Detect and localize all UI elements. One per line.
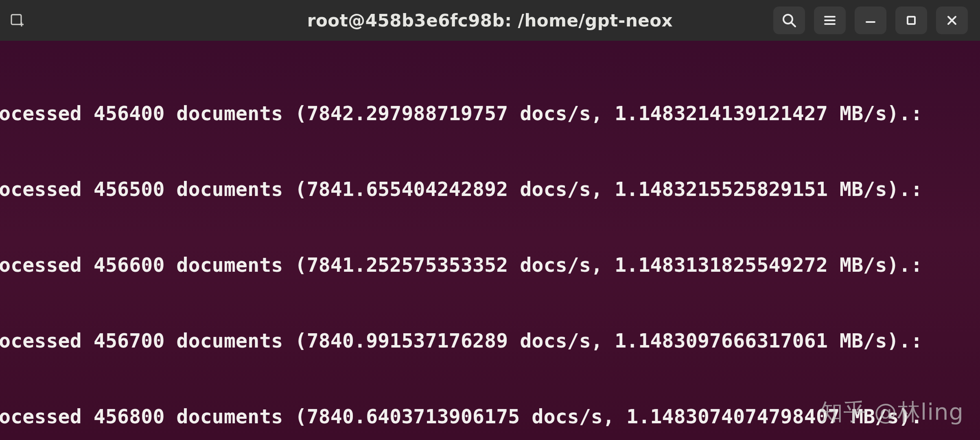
maximize-button[interactable] [895, 7, 927, 34]
terminal-line: rocessed 456500 documents (7841.65540424… [0, 177, 980, 201]
maximize-icon [903, 12, 919, 29]
titlebar-left [0, 8, 28, 33]
new-tab-icon [9, 12, 25, 29]
terminal-output[interactable]: rocessed 456400 documents (7842.29798871… [0, 41, 980, 440]
menu-button[interactable] [814, 7, 846, 34]
terminal-line: rocessed 456600 documents (7841.25257535… [0, 253, 980, 277]
svg-rect-9 [908, 17, 915, 24]
titlebar-right [773, 7, 980, 34]
terminal-line: rocessed 456700 documents (7840.99153717… [0, 328, 980, 353]
new-tab-button[interactable] [6, 8, 28, 33]
search-button[interactable] [773, 7, 805, 34]
terminal-line: rocessed 456400 documents (7842.29798871… [0, 101, 980, 125]
svg-line-4 [792, 23, 795, 26]
titlebar: root@458b3e6fc98b: /home/gpt-neox [0, 0, 980, 41]
terminal-window: root@458b3e6fc98b: /home/gpt-neox [0, 0, 980, 440]
terminal-line: rocessed 456800 documents (7840.64037139… [0, 404, 980, 429]
svg-rect-0 [11, 15, 21, 24]
minimize-icon [862, 12, 879, 29]
minimize-button[interactable] [855, 7, 886, 34]
window-title: root@458b3e6fc98b: /home/gpt-neox [307, 11, 673, 31]
close-button[interactable] [936, 7, 968, 34]
hamburger-icon [822, 12, 838, 29]
close-icon [944, 12, 960, 29]
search-icon [781, 12, 797, 29]
